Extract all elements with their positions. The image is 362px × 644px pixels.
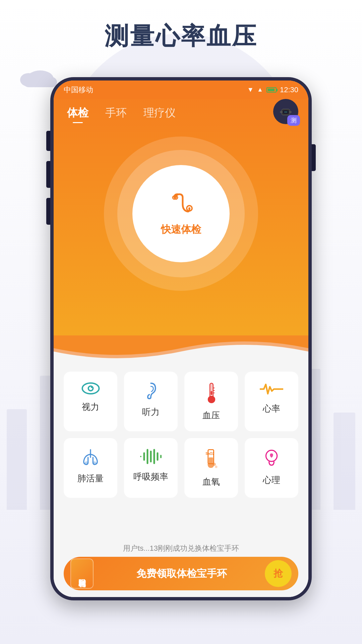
quick-exam-label: 快速体检: [161, 223, 201, 236]
banner-tag: 限时福利: [70, 558, 94, 589]
cloud-body: [23, 77, 57, 87]
lung-icon: [80, 448, 101, 467]
page-title: 测量心率血压: [0, 20, 362, 52]
svg-rect-2: [289, 111, 292, 113]
oxygen-label: 血氧: [202, 476, 220, 488]
eye-icon: [81, 382, 100, 395]
breath-icon: [139, 448, 163, 465]
health-grid-row2: 肺活量: [64, 438, 298, 498]
bottom-section: 视力 听力: [54, 362, 308, 597]
psych-label: 心理: [263, 474, 280, 486]
tab-bracelet[interactable]: 手环: [105, 106, 127, 123]
bp-label: 血压: [202, 410, 220, 421]
hearing-label: 听力: [142, 406, 160, 418]
bottom-banner[interactable]: 限时福利 免费领取体检宝手环 抢: [64, 557, 298, 590]
stethoscope-icon: [168, 191, 194, 218]
breath-card[interactable]: 呼吸频率: [124, 438, 178, 498]
silent-button: [46, 198, 50, 225]
signal-icon: ▲: [257, 86, 263, 93]
ear-icon: [144, 382, 158, 400]
hearing-card[interactable]: 听力: [124, 372, 178, 431]
center-circle-middle: 快速体检: [117, 150, 245, 277]
nav-tabs: 体检 手环 理疗仪: [54, 99, 308, 126]
bp-card[interactable]: 血压: [184, 372, 238, 431]
svg-point-34: [215, 466, 217, 468]
svg-point-12: [91, 387, 92, 388]
banner-button[interactable]: 抢: [265, 560, 292, 587]
wave-container: [54, 335, 308, 362]
building: [334, 413, 355, 510]
svg-point-16: [207, 396, 215, 403]
breath-label: 呼吸频率: [133, 471, 168, 483]
device-badge: 测: [287, 115, 300, 126]
time-label: 12:30: [280, 86, 298, 94]
phone-screen: 中国移动 ▼ ▲ 12:30 体检 手环 理疗仪: [54, 80, 308, 597]
vision-card[interactable]: 视力: [64, 372, 117, 431]
scroll-notice-text: 用户ts...13刚刚成功兑换体检宝手环: [123, 544, 239, 552]
status-icons: ▼ ▲ 12:30: [247, 86, 298, 94]
device-icon-container[interactable]: 测: [273, 99, 298, 124]
hr-label: 心率: [263, 403, 280, 415]
tab-therapy[interactable]: 理疗仪: [143, 106, 176, 123]
hr-card[interactable]: 心率: [245, 372, 298, 431]
battery-icon: [266, 87, 277, 93]
scroll-notice: 用户ts...13刚刚成功兑换体检宝手环: [54, 540, 308, 557]
building: [7, 409, 27, 510]
main-orange-area: 中国移动 ▼ ▲ 12:30 体检 手环 理疗仪: [54, 80, 308, 335]
svg-point-6: [188, 207, 190, 209]
thermometer-icon: [205, 382, 217, 404]
volume-down-button: [46, 161, 50, 188]
battery-fill: [268, 89, 275, 91]
phone-frame: 中国移动 ▼ ▲ 12:30 体检 手环 理疗仪: [50, 77, 312, 600]
svg-rect-1: [280, 111, 283, 113]
svg-text:SaO2: SaO2: [205, 452, 214, 455]
quick-exam-button[interactable]: 快速体检: [132, 165, 230, 262]
svg-point-21: [85, 461, 88, 464]
volume-up-button: [46, 131, 50, 151]
wifi-icon: ▼: [247, 86, 254, 94]
phone-content: 中国移动 ▼ ▲ 12:30 体检 手环 理疗仪: [54, 80, 308, 597]
svg-rect-15: [210, 391, 212, 395]
oxygen-icon: SaO2: [204, 448, 219, 470]
carrier-label: 中国移动: [64, 85, 93, 95]
power-button: [312, 144, 316, 171]
heartrate-icon: [260, 382, 283, 397]
psychology-icon: [262, 448, 281, 468]
wave-svg: [54, 335, 308, 362]
lung-label: 肺活量: [77, 473, 104, 484]
svg-point-22: [93, 461, 96, 464]
lung-card[interactable]: 肺活量: [64, 438, 117, 498]
psych-card[interactable]: 心理: [245, 438, 298, 498]
svg-point-33: [213, 463, 216, 466]
svg-rect-31: [208, 458, 213, 464]
health-grid: 视力 听力: [54, 362, 308, 540]
device-icon-wrapper: 测: [273, 99, 298, 124]
tab-exam[interactable]: 体检: [67, 106, 88, 123]
oxygen-card[interactable]: SaO2 血氧: [184, 438, 238, 498]
center-circle-outer: 快速体检: [104, 137, 258, 291]
health-grid-row1: 视力 听力: [64, 372, 298, 431]
banner-text: 免费领取体检宝手环: [99, 567, 265, 581]
vision-label: 视力: [82, 401, 99, 413]
status-bar: 中国移动 ▼ ▲ 12:30: [54, 80, 308, 99]
